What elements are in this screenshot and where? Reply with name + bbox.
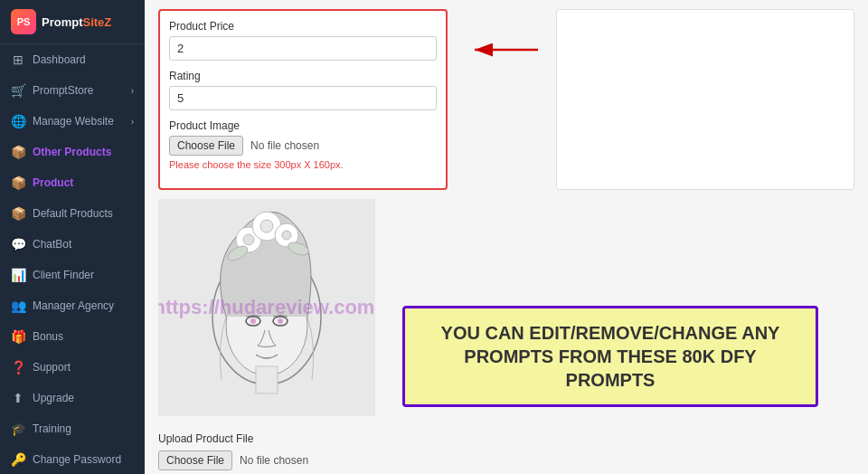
upload-choose-file-button[interactable]: Choose File	[158, 450, 232, 470]
sidebar-item-support[interactable]: ❓ Support	[0, 352, 145, 383]
sidebar-item-chatbot[interactable]: 💬 ChatBot	[0, 229, 145, 260]
sidebar-item-client-finder[interactable]: 📊 Client Finder	[0, 260, 145, 290]
support-icon: ❓	[11, 360, 25, 374]
promptstore-arrow: ›	[131, 86, 134, 96]
sidebar-item-other-products[interactable]: 📦 Other Products	[0, 137, 145, 167]
overlay-promo-text: YOU CAN EDIT/REMOVE/CHANGE ANY PROMPTS F…	[420, 321, 801, 392]
arrow-container	[466, 9, 547, 190]
change-password-icon: 🔑	[11, 452, 25, 467]
other-products-icon: 📦	[11, 145, 25, 159]
sidebar-label-support: Support	[33, 361, 71, 374]
svg-point-12	[260, 220, 273, 232]
right-panel-box	[556, 9, 854, 190]
manage-website-icon: 🌐	[11, 114, 25, 128]
sidebar-item-dashboard[interactable]: ⊞ Dashboard	[0, 44, 145, 75]
sidebar-label-client-finder: Client Finder	[33, 269, 94, 281]
sidebar-label-product: Product	[33, 176, 73, 189]
sidebar-item-default-products[interactable]: 📦 Default Products	[0, 198, 145, 229]
form-top-row: Product Price Rating Product Image Choos…	[158, 9, 854, 190]
sidebar-item-bonus[interactable]: 🎁 Bonus	[0, 321, 145, 352]
sidebar-item-manage-website[interactable]: 🌐 Manage Website ›	[0, 106, 145, 137]
sidebar-label-manager-agency: Manager Agency	[33, 299, 114, 312]
svg-rect-17	[256, 366, 278, 393]
svg-point-14	[282, 231, 291, 240]
sidebar-label-dashboard: Dashboard	[33, 53, 86, 66]
upgrade-icon: ⬆	[11, 391, 25, 405]
sketch-svg	[158, 199, 375, 416]
sidebar-item-training[interactable]: 🎓 Training	[0, 413, 145, 444]
chatbot-icon: 💬	[11, 237, 25, 251]
image-hint: Please choose the size 300px X 160px.	[169, 159, 437, 170]
bonus-icon: 🎁	[11, 329, 25, 344]
choose-file-button[interactable]: Choose File	[169, 136, 243, 156]
price-label: Product Price	[169, 20, 437, 33]
logo-text: PromptSiteZ	[42, 15, 111, 29]
manager-agency-icon: 👥	[11, 299, 25, 313]
sidebar-item-promptstore[interactable]: 🛒 PromptStore ›	[0, 75, 145, 106]
manage-website-arrow: ›	[131, 117, 134, 127]
sidebar-label-upgrade: Upgrade	[33, 392, 74, 404]
arrow-icon	[466, 36, 547, 63]
sidebar-label-promptstore: PromptStore	[33, 84, 93, 97]
product-icon: 📦	[11, 175, 25, 190]
svg-point-10	[243, 234, 254, 245]
svg-point-7	[250, 318, 256, 324]
main-content: Product Price Rating Product Image Choos…	[145, 0, 868, 474]
default-products-icon: 📦	[11, 206, 25, 221]
product-image: https://hudareview.com/	[158, 199, 375, 416]
svg-point-8	[278, 318, 283, 324]
sidebar-label-other-products: Other Products	[33, 146, 111, 158]
rating-label: Rating	[169, 70, 437, 82]
image-overlay-area: https://hudareview.com/ YOU CAN EDIT/REM…	[158, 199, 854, 416]
price-group: Product Price	[169, 20, 437, 61]
promptstore-icon: 🛒	[11, 83, 25, 98]
content-area: Product Price Rating Product Image Choos…	[145, 0, 868, 474]
no-file-text: No file chosen	[250, 139, 319, 152]
right-panel	[556, 9, 854, 190]
sidebar-item-change-password[interactable]: 🔑 Change Password	[0, 444, 145, 474]
sidebar-label-bonus: Bonus	[33, 330, 63, 343]
logo-icon: PS	[11, 9, 36, 34]
upload-section: Upload Product File Choose File No file …	[158, 425, 854, 474]
sidebar: PS PromptSiteZ ⊞ Dashboard 🛒 PromptStore…	[0, 0, 145, 474]
file-upload-row: Choose File No file chosen	[169, 136, 437, 156]
sidebar-label-chatbot: ChatBot	[33, 238, 71, 251]
sidebar-label-training: Training	[33, 422, 71, 435]
upload-label: Upload Product File	[158, 432, 854, 445]
logo[interactable]: PS PromptSiteZ	[0, 0, 145, 44]
sidebar-item-product[interactable]: 📦 Product	[0, 167, 145, 198]
sidebar-label-default-products: Default Products	[33, 207, 113, 220]
rating-input[interactable]	[169, 86, 437, 110]
dashboard-icon: ⊞	[11, 52, 25, 67]
left-form-box: Product Price Rating Product Image Choos…	[158, 9, 448, 190]
sidebar-label-manage-website: Manage Website	[33, 115, 114, 128]
price-input[interactable]	[169, 36, 437, 61]
training-icon: 🎓	[11, 422, 25, 436]
sidebar-item-upgrade[interactable]: ⬆ Upgrade	[0, 383, 145, 413]
overlay-promo-box: YOU CAN EDIT/REMOVE/CHANGE ANY PROMPTS F…	[402, 306, 818, 407]
rating-group: Rating	[169, 70, 437, 110]
sidebar-label-change-password: Change Password	[33, 453, 121, 466]
upload-file-row: Choose File No file chosen	[158, 450, 854, 470]
client-finder-icon: 📊	[11, 268, 25, 282]
image-label: Product Image	[169, 119, 437, 132]
sidebar-item-manager-agency[interactable]: 👥 Manager Agency	[0, 290, 145, 321]
upload-no-file-text: No file chosen	[240, 454, 308, 467]
image-group: Product Image Choose File No file chosen…	[169, 119, 437, 170]
